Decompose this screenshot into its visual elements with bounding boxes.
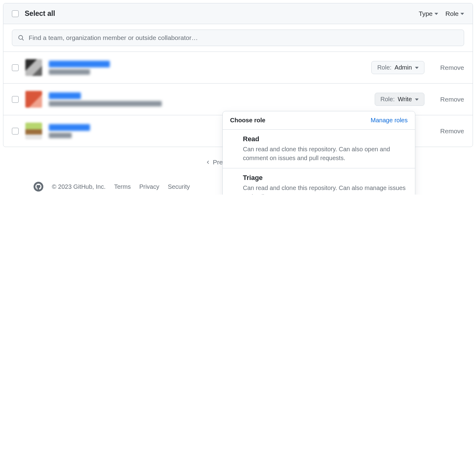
role-filter[interactable]: Role	[445, 10, 464, 17]
select-all-label: Select all	[25, 9, 413, 18]
member-checkbox[interactable]	[12, 64, 19, 71]
role-option-desc: Can read and clone this repository. Can …	[243, 145, 408, 163]
panel-header: Select all Type Role	[3, 3, 473, 24]
search-input[interactable]	[28, 34, 458, 42]
role-value: Write	[398, 96, 412, 103]
svg-point-0	[19, 35, 23, 39]
member-sub-redacted	[49, 133, 72, 138]
role-value: Admin	[395, 64, 412, 71]
caret-down-icon	[435, 13, 438, 15]
filter-group: Type Role	[419, 10, 464, 17]
type-filter-label: Type	[419, 10, 433, 17]
member-sub-redacted	[49, 101, 162, 106]
role-option-triage[interactable]: Triage Can read and clone this repositor…	[223, 168, 415, 195]
member-info	[49, 61, 365, 75]
remove-button[interactable]: Remove	[440, 127, 464, 135]
avatar	[25, 91, 42, 108]
check-col	[229, 174, 238, 195]
member-row: Role: Admin Remove	[3, 52, 473, 84]
github-logo-icon	[34, 182, 43, 192]
search-icon	[18, 34, 24, 41]
role-filter-label: Role	[445, 10, 459, 17]
footer-link-security[interactable]: Security	[168, 183, 190, 190]
footer-link-terms[interactable]: Terms	[114, 183, 131, 190]
avatar	[25, 59, 42, 76]
footer-link-privacy[interactable]: Privacy	[139, 183, 159, 190]
role-option-name: Read	[243, 135, 408, 143]
remove-button[interactable]: Remove	[440, 96, 464, 103]
caret-down-icon	[415, 67, 419, 69]
member-checkbox[interactable]	[12, 96, 19, 103]
role-button[interactable]: Role: Write	[375, 93, 424, 106]
role-button[interactable]: Role: Admin	[371, 61, 424, 74]
remove-button[interactable]: Remove	[440, 64, 464, 71]
caret-down-icon	[460, 13, 464, 15]
member-name-redacted	[49, 92, 81, 99]
role-prefix: Role:	[380, 96, 395, 103]
type-filter[interactable]: Type	[419, 10, 438, 17]
role-option-read[interactable]: Read Can read and clone this repository.…	[223, 130, 415, 168]
role-option-name: Triage	[243, 174, 408, 182]
role-dropdown: Choose role Manage roles Read Can read a…	[222, 111, 415, 195]
role-option-desc: Can read and clone this repository. Can …	[243, 184, 408, 195]
dropdown-header: Choose role Manage roles	[223, 111, 415, 130]
copyright: © 2023 GitHub, Inc.	[52, 183, 106, 190]
member-row-wrapper: Role: Write Remove Choose role Manage ro…	[3, 84, 473, 115]
avatar	[25, 123, 42, 139]
member-row: Role: Write Remove	[3, 84, 473, 115]
member-sub-redacted	[49, 69, 90, 75]
member-info	[49, 92, 368, 106]
select-all-checkbox[interactable]	[12, 10, 19, 17]
chevron-left-icon	[206, 160, 211, 165]
search-box[interactable]	[12, 30, 464, 46]
access-panel: Select all Type Role Role:	[3, 3, 473, 147]
search-row	[3, 24, 473, 52]
manage-roles-link[interactable]: Manage roles	[371, 117, 408, 124]
dropdown-title: Choose role	[230, 117, 265, 124]
member-name-redacted	[49, 124, 90, 131]
check-col	[229, 135, 238, 163]
svg-line-1	[22, 39, 24, 41]
caret-down-icon	[415, 99, 419, 101]
role-prefix: Role:	[377, 64, 391, 71]
member-name-redacted	[49, 61, 110, 67]
member-checkbox[interactable]	[12, 128, 19, 134]
